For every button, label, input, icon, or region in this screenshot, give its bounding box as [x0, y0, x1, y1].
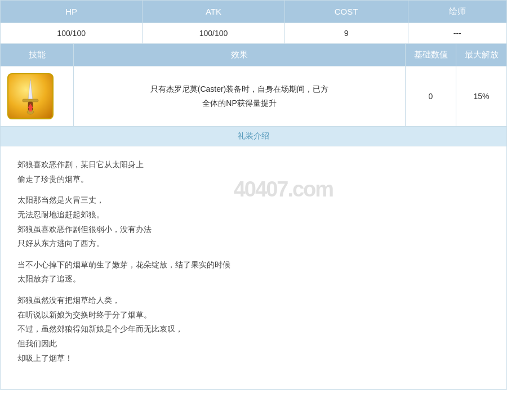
svg-rect-5	[29, 108, 32, 111]
effect-col-header: 效果	[74, 44, 406, 66]
intro-header: 礼装介绍	[0, 127, 507, 146]
skill-icon-wrapper	[5, 71, 56, 122]
stats-table: HP ATK COST 绘师 100/100 100/100 9 ---	[0, 0, 507, 44]
cost-header: COST	[284, 1, 408, 23]
skill-effect-text: 只有杰罗尼莫(Caster)装备时，自身在场期间，已方 全体的NP获得量提升	[83, 82, 396, 110]
max-release-col-header: 最大解放	[456, 44, 507, 66]
base-value-cell: 0	[406, 66, 456, 127]
svg-rect-1	[23, 99, 38, 102]
painter-header: 绘师	[408, 1, 506, 23]
intro-paragraph-2: 太阳那当然是火冒三丈， 无法忍耐地追赶起郊狼。 郊狼虽喜欢恶作剧但很弱小，没有办…	[17, 193, 490, 251]
skill-table: 技能 效果 基础数值 最大解放	[0, 43, 507, 127]
intro-paragraph-1: 郊狼喜欢恶作剧，某日它从太阳身上 偷走了珍贵的烟草。	[17, 158, 490, 186]
max-release-cell: 15%	[456, 66, 507, 127]
skill-icon-cell	[1, 66, 74, 127]
atk-value: 100/100	[143, 23, 284, 44]
hp-value: 100/100	[1, 23, 143, 44]
sword-svg	[14, 77, 47, 116]
base-value-col-header: 基础数值	[406, 44, 456, 66]
painter-value: ---	[408, 23, 506, 44]
skill-effect-cell: 只有杰罗尼莫(Caster)装备时，自身在场期间，已方 全体的NP获得量提升	[74, 66, 406, 127]
skill-col-header: 技能	[1, 44, 74, 66]
skill-icon	[7, 73, 54, 119]
intro-body: 40407.com 郊狼喜欢恶作剧，某日它从太阳身上 偷走了珍贵的烟草。 太阳那…	[0, 146, 507, 390]
hp-header: HP	[1, 1, 143, 23]
intro-paragraph-4: 郊狼虽然没有把烟草给人类， 在听说以新娘为交换时终于分了烟草。 不过，虽然郊狼得…	[17, 293, 490, 365]
cost-value: 9	[284, 23, 408, 44]
intro-paragraph-3: 当不小心掉下的烟草萌生了嫩芽，花朵绽放，结了果实的时候 太阳放弃了追逐。	[17, 258, 490, 287]
atk-header: ATK	[143, 1, 284, 23]
